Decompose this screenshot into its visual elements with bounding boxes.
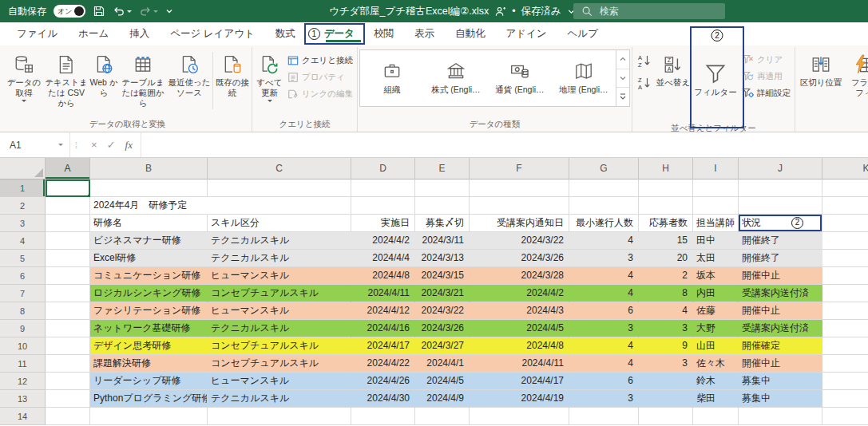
row-header-10[interactable]: 10 bbox=[0, 337, 46, 355]
tab-6[interactable]: 校閲 bbox=[363, 22, 404, 46]
column-header-A[interactable]: A bbox=[46, 158, 90, 179]
cell-J7[interactable]: 受講案内送付済 bbox=[739, 285, 822, 302]
confirm-entry-button[interactable]: ✓ bbox=[107, 139, 116, 151]
sort-button[interactable]: Z A 並べ替え bbox=[655, 49, 692, 112]
cell-G1[interactable] bbox=[569, 179, 639, 197]
column-header-H[interactable]: H bbox=[639, 158, 693, 179]
cell-G14[interactable] bbox=[569, 408, 639, 425]
cell-B4[interactable]: ビジネスマナー研修 bbox=[90, 232, 208, 250]
cell-E9[interactable]: 2024/3/26 bbox=[415, 320, 470, 337]
cell-A8[interactable] bbox=[46, 302, 90, 320]
cell-I6[interactable]: 坂本 bbox=[693, 267, 739, 285]
data-type-currency[interactable]: 通貨 (Engli… bbox=[488, 50, 552, 106]
cell-G12[interactable]: 6 bbox=[569, 373, 639, 390]
cell-K3[interactable] bbox=[822, 215, 868, 232]
cell-A2[interactable] bbox=[46, 197, 90, 215]
cell-G4[interactable]: 4 bbox=[569, 232, 639, 250]
cell-B11[interactable]: 課題解決研修 bbox=[90, 355, 208, 373]
cell-F8[interactable]: 2024/4/3 bbox=[470, 302, 569, 320]
data-type-organization[interactable]: 組織 bbox=[360, 50, 424, 106]
cell-H11[interactable]: 3 bbox=[639, 355, 693, 373]
cell-K13[interactable] bbox=[822, 390, 868, 408]
cell-H1[interactable] bbox=[639, 179, 693, 197]
cell-K5[interactable] bbox=[822, 250, 868, 267]
undo-button[interactable] bbox=[113, 5, 132, 18]
cell-C12[interactable]: ヒューマンスキル bbox=[208, 373, 351, 390]
cell-J14[interactable] bbox=[739, 408, 822, 425]
cell-F6[interactable]: 2024/3/28 bbox=[470, 267, 569, 285]
cell-F9[interactable]: 2024/4/5 bbox=[470, 320, 569, 337]
cell-G3[interactable]: 最小遂行人数 bbox=[569, 215, 639, 232]
row-header-14[interactable]: 14 bbox=[0, 408, 46, 425]
cell-D3[interactable]: 実施日 bbox=[351, 215, 415, 232]
cell-I12[interactable]: 鈴木 bbox=[693, 373, 739, 390]
cell-F4[interactable]: 2024/3/22 bbox=[470, 232, 569, 250]
row-header-6[interactable]: 6 bbox=[0, 267, 46, 285]
cell-H4[interactable]: 15 bbox=[639, 232, 693, 250]
column-header-D[interactable]: D bbox=[351, 158, 415, 179]
cell-B6[interactable]: コミュニケーション研修 bbox=[90, 267, 208, 285]
cell-I4[interactable]: 田中 bbox=[693, 232, 739, 250]
cell-E12[interactable]: 2024/4/5 bbox=[415, 373, 470, 390]
cell-A13[interactable] bbox=[46, 390, 90, 408]
cell-F14[interactable] bbox=[470, 408, 569, 425]
cell-G11[interactable]: 4 bbox=[569, 355, 639, 373]
refresh-all-button[interactable]: すべて更新 bbox=[254, 49, 285, 112]
cell-A9[interactable] bbox=[46, 320, 90, 337]
sort-ascending-button[interactable]: A Z bbox=[636, 53, 653, 68]
queries-connections-button[interactable]: クエリと接続 bbox=[285, 53, 355, 68]
cell-I9[interactable]: 大野 bbox=[693, 320, 739, 337]
cell-I14[interactable] bbox=[693, 408, 739, 425]
advanced-filter-button[interactable]: 詳細設定 bbox=[739, 86, 793, 101]
cell-D14[interactable] bbox=[351, 408, 415, 425]
select-all-corner[interactable] bbox=[0, 158, 46, 179]
name-box[interactable]: A1 bbox=[0, 132, 70, 157]
tab-9[interactable]: アドイン bbox=[495, 22, 557, 46]
cell-H13[interactable] bbox=[639, 390, 693, 408]
cell-A11[interactable] bbox=[46, 355, 90, 373]
cell-A3[interactable] bbox=[46, 215, 90, 232]
cell-E8[interactable]: 2024/3/22 bbox=[415, 302, 470, 320]
column-header-J[interactable]: J bbox=[739, 158, 822, 179]
cell-J12[interactable]: 募集中 bbox=[739, 373, 822, 390]
save-status[interactable]: 保存済み bbox=[521, 5, 561, 18]
row-header-12[interactable]: 12 bbox=[0, 373, 46, 390]
quick-access-customize-button[interactable] bbox=[165, 7, 173, 15]
cell-H7[interactable]: 8 bbox=[639, 285, 693, 302]
cell-D7[interactable]: 2024/4/11 bbox=[351, 285, 415, 302]
cell-C9[interactable]: テクニカルスキル bbox=[208, 320, 351, 337]
cell-F1[interactable] bbox=[470, 179, 569, 197]
tab-1[interactable]: ホーム bbox=[68, 22, 119, 46]
cell-F13[interactable]: 2024/4/19 bbox=[470, 390, 569, 408]
column-header-G[interactable]: G bbox=[569, 158, 639, 179]
fill-handle[interactable] bbox=[87, 194, 90, 197]
cell-E7[interactable]: 2024/3/21 bbox=[415, 285, 470, 302]
cell-B12[interactable]: リーダーシップ研修 bbox=[90, 373, 208, 390]
cell-H2[interactable] bbox=[639, 197, 693, 215]
edit-links-button[interactable]: リンクの編集 bbox=[285, 87, 355, 101]
cell-D13[interactable]: 2024/4/30 bbox=[351, 390, 415, 408]
cell-A7[interactable] bbox=[46, 285, 90, 302]
cell-D1[interactable] bbox=[351, 179, 415, 197]
cell-G8[interactable]: 6 bbox=[569, 302, 639, 320]
clear-filter-button[interactable]: クリア bbox=[739, 53, 793, 67]
row-header-8[interactable]: 8 bbox=[0, 302, 46, 320]
cell-D11[interactable]: 2024/4/22 bbox=[351, 355, 415, 373]
cell-A12[interactable] bbox=[46, 373, 90, 390]
cell-E14[interactable] bbox=[415, 408, 470, 425]
cell-H8[interactable]: 4 bbox=[639, 302, 693, 320]
from-text-csv-button[interactable]: テキストまたは CSV から bbox=[43, 49, 89, 112]
cell-C4[interactable]: テクニカルスキル bbox=[208, 232, 351, 250]
cell-I5[interactable]: 太田 bbox=[693, 250, 739, 267]
cell-D12[interactable]: 2024/4/26 bbox=[351, 373, 415, 390]
tab-2[interactable]: 挿入 bbox=[119, 22, 160, 46]
cell-I8[interactable]: 佐藤 bbox=[693, 302, 739, 320]
cell-C8[interactable]: ヒューマンスキル bbox=[208, 302, 351, 320]
cell-K1[interactable] bbox=[822, 179, 868, 197]
save-button[interactable] bbox=[93, 5, 105, 18]
cell-K6[interactable] bbox=[822, 267, 868, 285]
cell-D5[interactable]: 2024/4/4 bbox=[351, 250, 415, 267]
data-type-stocks[interactable]: 株式 (Engli… bbox=[424, 50, 488, 106]
cell-J10[interactable]: 開催確定 bbox=[739, 337, 822, 355]
cell-G9[interactable]: 3 bbox=[569, 320, 639, 337]
